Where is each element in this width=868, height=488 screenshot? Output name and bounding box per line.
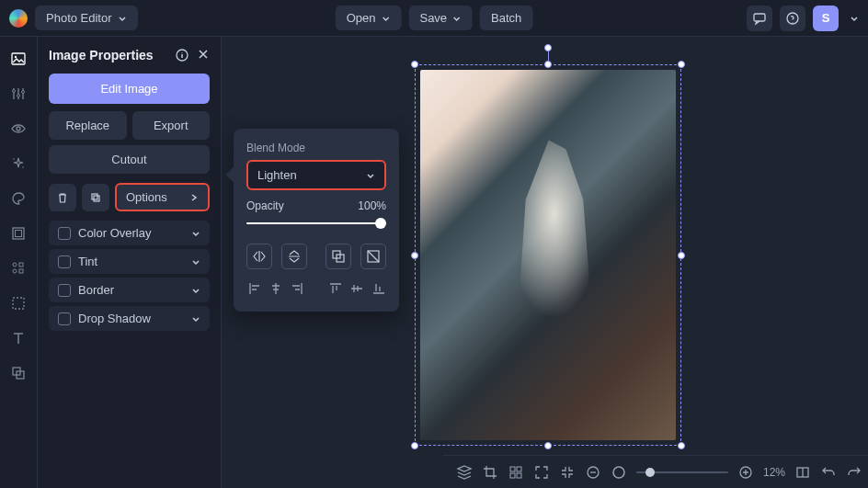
align-left-icon [247, 281, 262, 296]
handle-l[interactable] [411, 252, 418, 259]
close-panel-button[interactable] [197, 48, 210, 62]
checkbox-icon [58, 227, 71, 240]
rail-layers[interactable] [7, 362, 29, 384]
svg-rect-27 [510, 473, 515, 478]
delete-button[interactable] [49, 184, 76, 211]
grid-icon [508, 464, 524, 481]
align-bottom-icon [371, 281, 386, 296]
image-icon [10, 51, 27, 67]
flip-vertical-button[interactable] [281, 244, 307, 269]
prop-color-overlay[interactable]: Color Overlay [49, 221, 210, 245]
align-bottom-button[interactable] [371, 278, 386, 299]
open-button[interactable]: Open [336, 6, 402, 30]
prop-label: Drop Shadow [78, 312, 151, 325]
duplicate-button[interactable] [82, 184, 109, 211]
chevron-down-icon [191, 314, 200, 323]
fit-button[interactable] [326, 244, 351, 269]
replace-button[interactable]: Replace [49, 111, 127, 140]
canvas-area[interactable]: Blend Mode Lighten Opacity 100% [222, 37, 868, 488]
user-menu-caret[interactable] [850, 14, 859, 23]
fit-screen-button[interactable] [559, 464, 576, 481]
topbar-center: Open Save Batch [336, 6, 533, 30]
svg-rect-11 [16, 231, 22, 237]
fit-icon [331, 249, 346, 264]
rail-shapes[interactable] [7, 257, 29, 279]
handle-t[interactable] [544, 61, 552, 68]
app-mode-dropdown[interactable]: Photo Editor [35, 6, 138, 30]
handle-tl[interactable] [411, 61, 418, 68]
info-icon [175, 48, 189, 62]
fill-button[interactable] [360, 244, 386, 269]
trash-icon [56, 191, 69, 204]
help-button[interactable] [780, 6, 805, 31]
align-center-v-button[interactable] [349, 278, 365, 299]
prop-label: Color Overlay [78, 226, 151, 240]
rail-text[interactable] [7, 327, 29, 349]
prop-tint[interactable]: Tint [49, 249, 210, 274]
compare-button[interactable] [794, 464, 811, 481]
checkbox-icon [58, 255, 71, 268]
redo-button[interactable] [846, 464, 862, 481]
grid-button[interactable] [508, 464, 524, 481]
flip-horizontal-button[interactable] [246, 244, 272, 269]
canvas-selection[interactable] [415, 64, 681, 446]
rail-paint[interactable] [7, 187, 29, 210]
zoom-out-button[interactable] [585, 464, 601, 481]
align-center-h-button[interactable] [268, 278, 283, 299]
zoom-value: 12% [763, 466, 785, 479]
copy-icon [89, 191, 102, 204]
handle-br[interactable] [678, 442, 685, 449]
rail-frame[interactable] [7, 222, 29, 244]
rail-sparkle[interactable] [7, 153, 29, 175]
align-top-button[interactable] [328, 278, 344, 299]
rail-image[interactable] [7, 48, 29, 70]
zoom-in-button[interactable] [737, 464, 754, 481]
layers-button[interactable] [456, 464, 473, 481]
svg-point-4 [13, 90, 16, 93]
zoom-slider[interactable] [636, 471, 728, 473]
comments-button[interactable] [747, 6, 772, 31]
align-left-button[interactable] [246, 278, 262, 299]
options-button[interactable]: Options [115, 183, 210, 211]
handle-b[interactable] [544, 442, 552, 449]
user-avatar[interactable]: S [813, 6, 839, 31]
edit-image-button[interactable]: Edit Image [49, 74, 210, 104]
handle-bl[interactable] [411, 442, 418, 449]
slider-thumb[interactable] [375, 218, 386, 229]
export-button[interactable]: Export [132, 111, 211, 140]
rail-eye[interactable] [7, 118, 29, 140]
opacity-label: Opacity [246, 199, 284, 212]
selection-outline [415, 64, 681, 446]
palette-icon [10, 190, 27, 207]
svg-point-12 [13, 263, 17, 267]
handle-r[interactable] [678, 252, 685, 259]
prop-label: Tint [78, 255, 97, 268]
batch-button[interactable]: Batch [480, 6, 532, 30]
svg-rect-2 [12, 53, 25, 64]
svg-rect-26 [517, 467, 521, 471]
shapes-icon [10, 260, 27, 277]
collapse-icon [559, 464, 576, 481]
handle-tr[interactable] [678, 61, 685, 68]
undo-button[interactable] [820, 464, 837, 481]
opacity-slider[interactable] [246, 216, 386, 231]
rail-crop[interactable] [7, 292, 29, 314]
save-button[interactable]: Save [408, 6, 473, 30]
svg-rect-15 [19, 269, 23, 273]
frame-icon [10, 225, 27, 242]
align-right-button[interactable] [289, 278, 304, 299]
rotation-handle[interactable] [544, 44, 552, 51]
fullscreen-button[interactable] [533, 464, 550, 481]
crop-button[interactable] [482, 464, 498, 481]
cutout-button[interactable]: Cutout [49, 145, 210, 174]
zoom-thumb[interactable] [645, 468, 655, 477]
compare-icon [794, 464, 811, 481]
svg-rect-0 [754, 14, 765, 21]
align-right-icon [290, 281, 304, 296]
prop-border[interactable]: Border [49, 278, 210, 302]
blend-mode-select[interactable]: Lighten [246, 160, 386, 190]
rail-adjust[interactable] [7, 83, 29, 105]
zoom-reset-button[interactable] [611, 464, 627, 481]
prop-drop-shadow[interactable]: Drop Shadow [49, 306, 210, 331]
info-button[interactable] [175, 48, 189, 62]
